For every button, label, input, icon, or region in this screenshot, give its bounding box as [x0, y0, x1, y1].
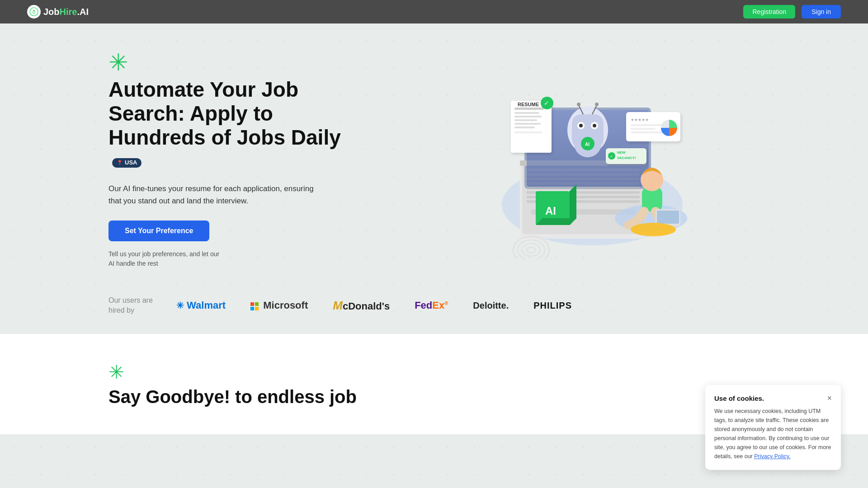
svg-point-67 [631, 223, 676, 236]
asterisk-icon: ✳ [108, 51, 371, 74]
svg-point-39 [595, 103, 599, 106]
brands-section: Our users are hired by ✳ Walmart Microso… [0, 286, 868, 334]
logo-icon [27, 5, 41, 19]
logo-text: JobHire.AI [43, 7, 89, 17]
svg-rect-50 [631, 124, 662, 126]
microsoft-icon [250, 302, 259, 310]
illustration-container: RESUME ✓ [448, 60, 701, 259]
svg-point-1 [33, 11, 35, 13]
hero-description: Our AI fine-tunes your resume for each a… [108, 183, 326, 207]
set-preference-button[interactable]: Set Your Preference [108, 221, 209, 241]
bottom-asterisk-icon: ✳ [108, 361, 760, 383]
svg-rect-23 [514, 123, 541, 125]
fedex-ex: Ex [432, 300, 444, 311]
svg-text:VACANCY!: VACANCY! [617, 156, 636, 160]
svg-point-60 [522, 244, 540, 256]
svg-rect-22 [514, 119, 537, 121]
svg-rect-20 [514, 112, 539, 114]
walmart-star-icon: ✳ [176, 300, 184, 311]
brand-fedex: FedEx® [415, 300, 448, 311]
location-badge: USA [112, 158, 142, 168]
brand-walmart: ✳ Walmart [176, 300, 226, 311]
svg-marker-57 [570, 184, 576, 225]
svg-text:RESUME: RESUME [518, 102, 539, 107]
svg-rect-51 [631, 128, 656, 130]
svg-text:AI: AI [545, 205, 556, 217]
svg-rect-66 [657, 211, 679, 224]
brands-list: ✳ Walmart Microsoft McDonald's FedEx® De… [176, 299, 572, 313]
privacy-policy-link[interactable]: Privacy Policy. [754, 453, 790, 460]
svg-point-37 [577, 103, 580, 106]
fedex-r: ® [444, 300, 448, 306]
svg-text:✓: ✓ [544, 99, 549, 107]
brand-microsoft: Microsoft [250, 300, 308, 311]
cookie-close-button[interactable]: × [827, 394, 832, 402]
hero-content: ✳ Automate Your Job Search: Apply to Hun… [108, 51, 389, 268]
cookie-title: Use of cookies. [714, 394, 764, 402]
hero-section: ✳ Automate Your Job Search: Apply to Hun… [0, 23, 868, 286]
svg-rect-24 [514, 127, 535, 128]
navbar: JobHire.AI Registration Sign in [0, 0, 868, 23]
brand-mcdonalds: McDonald's [333, 299, 390, 313]
logo: JobHire.AI [27, 5, 89, 19]
hero-title: Automate Your Job Search: Apply to Hundr… [108, 78, 371, 174]
bottom-title: Say Goodbye! to endless job [108, 387, 760, 407]
svg-text:AI: AI [585, 142, 590, 147]
brand-philips: PHILIPS [533, 300, 572, 311]
svg-point-33 [579, 124, 583, 127]
cookie-banner: Use of cookies. × We use necessary cooki… [705, 385, 841, 470]
svg-rect-12 [527, 187, 640, 189]
hero-svg: RESUME ✓ [448, 60, 701, 259]
signin-button[interactable]: Sign in [802, 5, 841, 19]
svg-text:NEW: NEW [617, 150, 626, 155]
svg-text:★★★★★: ★★★★★ [631, 117, 649, 122]
cookie-header: Use of cookies. × [714, 394, 832, 402]
registration-button[interactable]: Registration [743, 5, 795, 19]
hero-illustration: RESUME ✓ [389, 60, 760, 259]
navbar-actions: Registration Sign in [743, 5, 841, 19]
svg-rect-21 [514, 116, 542, 117]
svg-rect-52 [631, 131, 667, 133]
svg-rect-25 [514, 131, 542, 133]
brands-label: Our users are hired by [108, 296, 154, 316]
svg-text:✓: ✓ [610, 154, 613, 159]
svg-point-34 [593, 124, 596, 127]
brand-deloitte: Deloitte. [473, 300, 509, 311]
svg-rect-19 [514, 108, 544, 110]
svg-point-61 [527, 247, 536, 253]
cookie-text: We use necessary cookies, including UTM … [714, 407, 832, 461]
mcdonalds-m-icon: M [333, 299, 343, 312]
hero-subtext: Tell us your job preferences, and let ou… [108, 249, 371, 268]
